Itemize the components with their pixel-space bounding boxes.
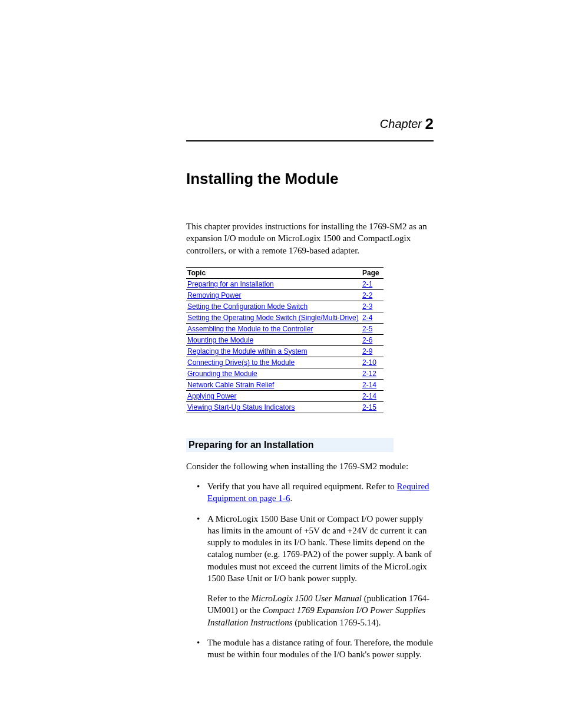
toc-page-link[interactable]: 2-14 (362, 381, 376, 389)
toc-row: Preparing for an Installation2-1 (186, 278, 384, 289)
toc-row: Replacing the Module within a System2-9 (186, 345, 384, 357)
toc-page-link[interactable]: 2-5 (362, 325, 372, 333)
toc-link[interactable]: Replacing the Module within a System (187, 347, 307, 355)
toc-row: Setting the Operating Mode Switch (Singl… (186, 312, 384, 323)
bullet-text: Verify that you have all required equipm… (207, 482, 397, 491)
page-content: Chapter 2 Installing the Module This cha… (186, 115, 434, 668)
bullet-text: (publication 1769-5.14). (293, 618, 381, 627)
toc-page-link[interactable]: 2-10 (362, 358, 376, 367)
toc-page-link[interactable]: 2-2 (362, 291, 372, 299)
toc-row: Assembling the Module to the Controller2… (186, 323, 384, 334)
toc-page-link[interactable]: 2-9 (362, 347, 372, 355)
section-lead: Consider the following when installing t… (186, 460, 434, 472)
toc-page-link[interactable]: 2-6 (362, 336, 372, 344)
bullet-text: Refer to the (207, 594, 252, 603)
toc-link[interactable]: Setting the Configuration Mode Switch (187, 302, 308, 311)
section-heading: Preparing for an Installation (186, 438, 394, 452)
intro-paragraph: This chapter provides instructions for i… (186, 220, 434, 256)
bullet-list: Verify that you have all required equipm… (186, 480, 434, 660)
bullet-text: . (290, 493, 292, 503)
toc-link[interactable]: Grounding the Module (187, 370, 257, 378)
bullet-subparagraph: Refer to the MicroLogix 1500 User Manual… (207, 592, 434, 628)
toc-row: Connecting Drive(s) to the Module2-10 (186, 357, 384, 368)
toc-row: Viewing Start-Up Status Indicators2-15 (186, 401, 384, 413)
chapter-number: 2 (425, 115, 434, 133)
toc-link[interactable]: Connecting Drive(s) to the Module (187, 358, 295, 367)
toc-page-link[interactable]: 2-4 (362, 314, 372, 322)
chapter-word: Chapter (380, 117, 422, 130)
toc-page-link[interactable]: 2-3 (362, 302, 372, 311)
manual-title: MicroLogix 1500 User Manual (252, 594, 362, 603)
toc-link[interactable]: Preparing for an Installation (187, 280, 274, 288)
bullet-text: The module has a distance rating of four… (207, 638, 433, 659)
toc-page-link[interactable]: 2-1 (362, 280, 372, 288)
toc-page-link[interactable]: 2-12 (362, 370, 376, 378)
toc-page-link[interactable]: 2-14 (362, 392, 376, 400)
toc-row: Setting the Configuration Mode Switch2-3 (186, 301, 384, 312)
list-item: A MicroLogix 1500 Base Unit or Compact I… (197, 513, 434, 628)
list-item: Verify that you have all required equipm… (197, 480, 434, 505)
toc-link[interactable]: Removing Power (187, 291, 241, 299)
toc-row: Network Cable Strain Relief2-14 (186, 379, 384, 390)
bullet-text: A MicroLogix 1500 Base Unit or Compact I… (207, 514, 432, 583)
chapter-rule (186, 140, 434, 141)
toc-row: Grounding the Module2-12 (186, 368, 384, 379)
toc-row: Applying Power2-14 (186, 390, 384, 401)
chapter-label: Chapter 2 (186, 115, 434, 134)
toc-link[interactable]: Setting the Operating Mode Switch (Singl… (187, 314, 359, 322)
toc-link[interactable]: Assembling the Module to the Controller (187, 325, 313, 333)
toc-link[interactable]: Applying Power (187, 392, 236, 400)
list-item: The module has a distance rating of four… (197, 637, 434, 661)
page-title: Installing the Module (186, 170, 434, 188)
toc-table: Topic Page Preparing for an Installation… (186, 267, 384, 413)
toc-link[interactable]: Network Cable Strain Relief (187, 381, 274, 389)
toc-header-topic: Topic (186, 267, 361, 278)
toc-row: Mounting the Module2-6 (186, 334, 384, 345)
toc-page-link[interactable]: 2-15 (362, 403, 376, 411)
toc-row: Removing Power2-2 (186, 289, 384, 301)
toc-header-page: Page (361, 267, 384, 278)
toc-link[interactable]: Mounting the Module (187, 336, 253, 344)
toc-link[interactable]: Viewing Start-Up Status Indicators (187, 403, 295, 411)
